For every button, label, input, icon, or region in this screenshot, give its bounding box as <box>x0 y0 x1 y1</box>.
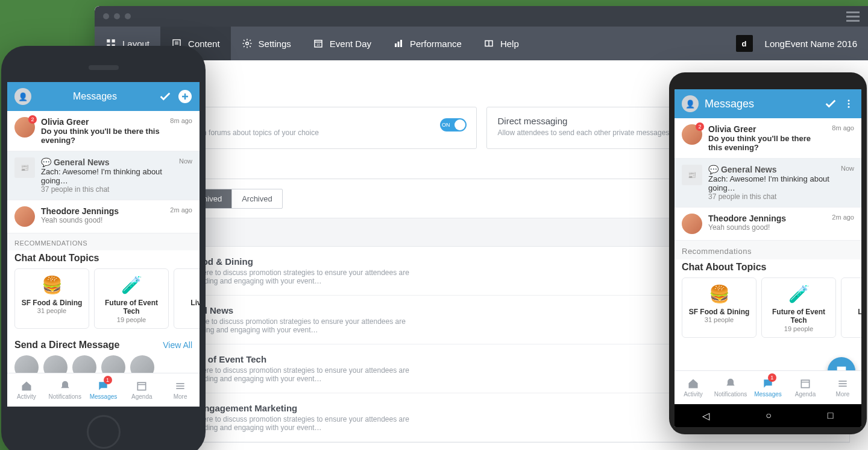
nav-eventday-label: Event Day <box>330 39 371 49</box>
thread-item[interactable]: 2Olivia GreerDo you think you'll be ther… <box>675 118 861 159</box>
recommendations-label: RECOMMENDATIONS <box>7 233 200 250</box>
mobile-title: Messages <box>705 98 818 110</box>
svg-point-26 <box>848 106 850 108</box>
back-icon[interactable]: ◁ <box>702 410 709 422</box>
home-button[interactable] <box>87 415 121 449</box>
thread-item[interactable]: 📰💬 General NewsZach: Awesome! I'm thinki… <box>7 151 200 200</box>
svg-rect-13 <box>400 40 402 47</box>
svg-text:10: 10 <box>316 43 320 46</box>
tab-agenda[interactable]: Agenda <box>122 373 161 407</box>
news-icon: 📰 <box>682 165 702 185</box>
thread-msg: Yeah sounds good! <box>708 223 826 232</box>
thread-item[interactable]: 2Olivia GreerDo you think you'll be ther… <box>7 111 200 151</box>
hamburger-icon[interactable] <box>846 11 860 22</box>
filter-archived[interactable]: Archived <box>232 189 282 208</box>
android-frame: 👤 Messages 2Olivia GreerDo you think you… <box>669 72 867 434</box>
topic-card[interactable]: 🧪Future of Event Tech19 people <box>94 268 169 329</box>
thread-time: Now <box>841 165 854 201</box>
svg-rect-21 <box>176 383 184 384</box>
nav-eventday[interactable]: 10 Event Day <box>302 27 382 60</box>
thread-name: Theodore Jennings <box>708 214 826 223</box>
topic-name: Live En Mar <box>190 299 200 307</box>
help-icon <box>483 38 494 49</box>
barchart-icon <box>393 38 404 49</box>
tab-more[interactable]: More <box>161 373 200 407</box>
svg-rect-12 <box>398 42 400 47</box>
tab-messages[interactable]: 1Messages <box>84 373 123 407</box>
topic-card[interactable]: ⚡Live En Mar78 <box>841 277 861 338</box>
mobile-header: 👤 Messages <box>675 89 861 118</box>
add-icon[interactable] <box>178 89 192 104</box>
traffic-lights[interactable] <box>103 13 131 19</box>
thread-item[interactable]: Theodore JenningsYeah sounds good!2m ago <box>675 208 861 241</box>
topic-icon: 🧪 <box>121 275 142 295</box>
svg-rect-1 <box>112 39 115 42</box>
topic-cards[interactable]: 🍔SF Food & Dining31 people🧪Future of Eve… <box>675 277 861 344</box>
topic-people: 31 people <box>37 307 66 314</box>
topic-card[interactable]: 🧪Future of Event Tech19 people <box>761 277 836 338</box>
tab-bar: Activity Notifications 1Messages Agenda … <box>675 370 861 404</box>
row-desc: Come here to discuss promotion strategie… <box>177 268 418 285</box>
top-nav: Layout Content Settings 10 Event Day Per… <box>95 27 868 60</box>
thread-time: 8m ago <box>170 117 192 145</box>
thread-name: 💬 General News <box>708 165 835 174</box>
topic-card[interactable]: 🍔SF Food & Dining31 people <box>14 268 89 329</box>
thread-item[interactable]: 📰💬 General NewsZach: Awesome! I'm thinki… <box>675 159 861 208</box>
thread-item[interactable]: Theodore JenningsYeah sounds good!2m ago <box>7 200 200 233</box>
thread-msg: Zach: Awesome! I'm thinking about going… <box>708 174 835 192</box>
topic-people: 19 people <box>784 325 813 332</box>
topic-name: SF Food & Dining <box>689 308 750 316</box>
tab-notifications[interactable]: Notifications <box>46 373 84 407</box>
dm-header: Send a Direct Message <box>14 340 119 350</box>
home-icon[interactable]: ○ <box>766 410 772 421</box>
nav-event[interactable]: d LongEvent Name 2016 <box>725 27 868 60</box>
tab-bar: Activity Notifications 1Messages Agenda … <box>7 373 200 407</box>
topic-people: 19 people <box>117 316 146 323</box>
row-title: SF Food & Dining <box>177 256 418 267</box>
topic-toggle[interactable]: ON <box>440 118 467 132</box>
thread-time: 8m ago <box>832 124 854 152</box>
toggle-knob <box>454 119 465 130</box>
svg-rect-19 <box>138 382 146 390</box>
recents-icon[interactable]: □ <box>828 410 834 421</box>
svg-point-25 <box>848 103 850 105</box>
topic-people: 31 people <box>705 316 734 323</box>
tab-notifications[interactable]: Notifications <box>712 371 749 404</box>
row-title: General News <box>174 305 415 315</box>
nav-performance[interactable]: Performance <box>382 27 473 60</box>
overflow-icon[interactable] <box>843 98 854 109</box>
nav-help-label: Help <box>500 39 519 49</box>
user-avatar-icon[interactable]: 👤 <box>14 88 31 105</box>
nav-settings[interactable]: Settings <box>231 27 302 60</box>
tab-activity[interactable]: Activity <box>675 371 712 404</box>
topic-cards[interactable]: 🍔SF Food & Dining31 people🧪Future of Eve… <box>7 268 200 335</box>
view-all-link[interactable]: View All <box>163 340 192 350</box>
mobile-header: 👤 Messages <box>7 82 200 111</box>
nav-content-label: Content <box>188 39 220 49</box>
user-avatar-icon[interactable]: 👤 <box>682 95 699 112</box>
check-icon[interactable] <box>824 97 837 110</box>
check-icon[interactable] <box>159 90 172 103</box>
topic-card[interactable]: ⚡Live En Mar78 <box>174 268 200 329</box>
topic-icon: 🧪 <box>788 284 810 304</box>
svg-rect-29 <box>838 381 846 382</box>
thread-time: 2m ago <box>832 214 854 234</box>
thread-msg: Do you think you'll be there this evenin… <box>41 127 164 145</box>
thread-name: 💬 General News <box>41 157 173 167</box>
row-title: Future of Event Tech <box>177 354 418 364</box>
topic-card[interactable]: 🍔SF Food & Dining31 people <box>682 277 756 338</box>
svg-rect-23 <box>176 388 184 389</box>
tab-messages[interactable]: 1Messages <box>749 371 787 404</box>
speaker <box>89 65 119 70</box>
row-desc: Come here to discuss promotion strategie… <box>174 317 415 334</box>
svg-rect-22 <box>176 385 184 387</box>
topics-header: Chat About Topics <box>675 259 861 277</box>
nav-help[interactable]: Help <box>473 27 530 60</box>
tab-activity[interactable]: Activity <box>7 373 46 407</box>
thread-msg: Zach: Awesome! I'm thinking about going… <box>41 167 173 185</box>
svg-point-24 <box>848 100 850 101</box>
avatar <box>14 206 35 227</box>
tab-more[interactable]: More <box>824 371 861 404</box>
dm-section: Send a Direct Message View All <box>7 335 200 353</box>
tab-agenda[interactable]: Agenda <box>787 371 824 404</box>
